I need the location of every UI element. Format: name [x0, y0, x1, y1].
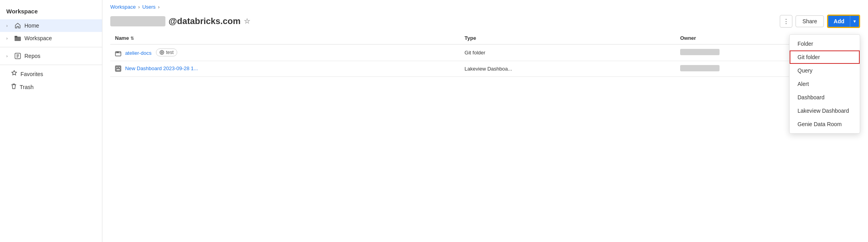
row1-tag-label: test	[166, 50, 173, 55]
dashboard-icon	[115, 65, 123, 71]
page-title: @databricks.com ☆	[110, 16, 776, 26]
table-row: New Dashboard 2023-09-28 1... Lakeview D…	[110, 61, 860, 76]
sidebar-item-favorites[interactable]: Favorites	[0, 67, 102, 80]
breadcrumb-sep-1: ›	[138, 4, 140, 10]
dropdown-item-dashboard[interactable]: Dashboard	[790, 91, 860, 104]
svg-point-6	[160, 50, 164, 54]
sidebar-item-repos[interactable]: › Repos	[0, 50, 102, 62]
table-row: atelier-docs test Git folder	[110, 45, 860, 61]
file-table: Name ⇅ Type Owner	[110, 32, 860, 77]
sidebar-title: Workspace	[0, 5, 102, 19]
sidebar: Workspace › Home › Workspace › Repos	[0, 0, 102, 242]
git-folder-icon	[115, 50, 123, 56]
sidebar-item-trash[interactable]: Trash	[0, 80, 102, 93]
breadcrumb-users[interactable]: Users	[142, 4, 156, 10]
title-blurred-part	[110, 16, 165, 26]
dropdown-item-lakeview-dashboard[interactable]: Lakeview Dashboard	[790, 104, 860, 117]
dropdown-item-folder[interactable]: Folder	[790, 37, 860, 50]
dropdown-item-git-folder[interactable]: Git folder	[790, 50, 860, 64]
content-header: @databricks.com ☆ ⋮ Share Add ▾ Folder G…	[102, 12, 868, 32]
sort-icon: ⇅	[130, 36, 134, 41]
file-table-container: Name ⇅ Type Owner	[102, 32, 868, 242]
breadcrumb-sep-2: ›	[158, 4, 160, 10]
home-icon	[14, 22, 21, 29]
favorite-star-icon[interactable]: ☆	[244, 17, 250, 26]
sidebar-item-workspace-label: Workspace	[24, 35, 52, 41]
svg-point-5	[118, 52, 119, 52]
svg-point-4	[117, 52, 117, 52]
sidebar-divider	[0, 47, 102, 47]
svg-point-7	[161, 52, 163, 53]
sidebar-item-repos-label: Repos	[24, 53, 40, 59]
add-button[interactable]: Add	[828, 16, 850, 27]
add-dropdown-button[interactable]: ▾	[850, 16, 859, 27]
row1-name: atelier-docs test	[110, 45, 460, 61]
trash-icon	[11, 83, 17, 91]
header-actions: ⋮ Share Add ▾	[780, 15, 860, 28]
row2-owner-blurred	[680, 65, 720, 71]
dropdown-item-genie-data-room[interactable]: Genie Data Room	[790, 117, 860, 131]
chevron-icon: ›	[6, 24, 11, 28]
svg-rect-10	[119, 67, 120, 68]
add-button-group: Add ▾	[827, 15, 860, 28]
chevron-icon: ›	[6, 54, 11, 58]
sidebar-item-workspace[interactable]: › Workspace	[0, 32, 102, 45]
main-content: Workspace › Users › @databricks.com ☆ ⋮ …	[102, 0, 868, 242]
sidebar-divider-2	[0, 65, 102, 65]
table-header-row: Name ⇅ Type Owner	[110, 32, 860, 45]
svg-rect-11	[116, 69, 120, 71]
dropdown-item-alert[interactable]: Alert	[790, 77, 860, 91]
row2-file-link[interactable]: New Dashboard 2023-09-28 1...	[125, 65, 198, 71]
chevron-icon: ›	[6, 36, 11, 41]
row1-file-link[interactable]: atelier-docs	[125, 50, 152, 56]
svg-rect-1	[15, 36, 17, 37]
dropdown-item-query[interactable]: Query	[790, 64, 860, 77]
more-options-button[interactable]: ⋮	[780, 15, 792, 28]
repos-icon	[14, 52, 21, 60]
sidebar-item-home[interactable]: › Home	[0, 19, 102, 32]
row2-name: New Dashboard 2023-09-28 1...	[110, 61, 460, 76]
share-button[interactable]: Share	[796, 15, 823, 27]
sidebar-item-favorites-label: Favorites	[20, 71, 43, 77]
workspace-folder-icon	[14, 35, 21, 42]
add-dropdown-menu: Folder Git folder Query Alert Dashboard …	[789, 34, 860, 134]
breadcrumb: Workspace › Users ›	[102, 0, 868, 12]
breadcrumb-workspace[interactable]: Workspace	[110, 4, 136, 10]
sidebar-item-home-label: Home	[24, 22, 39, 29]
col-type[interactable]: Type	[460, 32, 675, 45]
row1-type: Git folder	[460, 45, 675, 61]
col-name[interactable]: Name ⇅	[110, 32, 460, 45]
sidebar-item-trash-label: Trash	[20, 84, 33, 90]
star-icon	[11, 70, 17, 78]
title-suffix: @databricks.com	[169, 16, 241, 26]
row1-tag-badge: test	[156, 48, 177, 56]
svg-rect-9	[116, 67, 118, 68]
row1-owner-blurred	[680, 49, 720, 55]
row2-type: Lakeview Dashboa...	[460, 61, 675, 76]
